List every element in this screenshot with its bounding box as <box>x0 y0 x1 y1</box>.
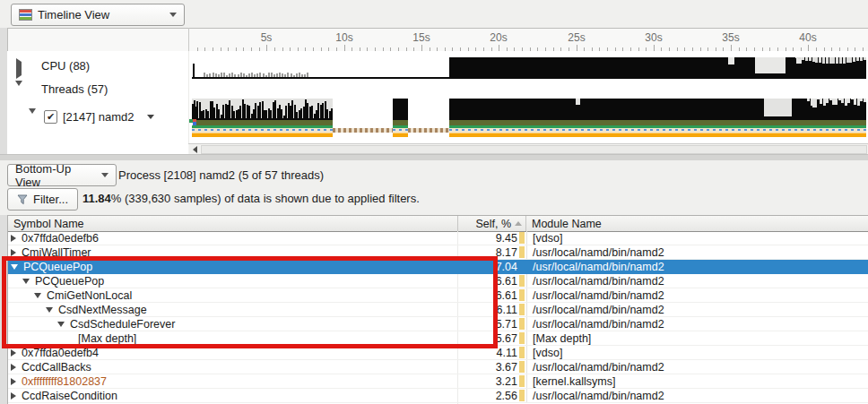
self-percent-cell: 8.17 <box>457 245 526 259</box>
ruler-tick-label: 30s <box>640 31 667 44</box>
cpu-fuzz <box>263 73 265 77</box>
cpu-fuzz <box>276 73 278 77</box>
collapse-icon[interactable] <box>46 307 53 313</box>
thread-options-caret-icon[interactable] <box>147 115 154 119</box>
cpu-jag <box>836 57 838 64</box>
ruler-tick-label: 20s <box>485 31 512 44</box>
symbol-cell: CsdScheduleForever <box>8 317 457 331</box>
thread-expander-icon[interactable] <box>29 114 36 127</box>
thread-jag <box>847 99 850 103</box>
thread-jag <box>860 99 863 101</box>
cpu-row-label[interactable]: CPU (88) <box>41 59 90 73</box>
table-row[interactable]: [Max depth]5.67[Max depth] <box>8 331 868 346</box>
collapse-icon[interactable] <box>34 293 41 298</box>
thread-jag <box>826 99 829 103</box>
timeline-view-selector[interactable]: Timeline View <box>11 4 185 26</box>
timeline-view-icon <box>19 9 32 21</box>
cpu-fuzz <box>243 73 245 77</box>
scroll-left-button[interactable] <box>189 145 200 154</box>
table-row[interactable]: CsdScheduleForever5.71/usr/local/namd/bi… <box>8 317 868 331</box>
chevron-down-icon <box>101 173 108 177</box>
column-header-self[interactable]: Self, % <box>457 216 526 231</box>
idle-dot-band <box>333 128 393 133</box>
table-row[interactable]: PCQueuePop7.04/usr/local/namd/bin/namd2 <box>8 260 868 274</box>
self-percent-cell: 9.45 <box>457 231 526 245</box>
collapse-icon[interactable] <box>11 264 18 270</box>
thread-notch <box>764 99 792 116</box>
sort-ascending-icon <box>515 221 522 226</box>
scrollbar-thumb[interactable] <box>201 145 867 154</box>
table-row[interactable]: CsdNextMessage6.11/usr/local/namd/bin/na… <box>8 303 868 317</box>
filter-button[interactable]: Filter... <box>7 188 78 211</box>
thread-bar <box>274 100 276 120</box>
cpu-fuzz <box>284 74 286 77</box>
cpu-fuzz <box>279 73 281 77</box>
expand-icon[interactable] <box>11 249 16 256</box>
table-row[interactable]: 0xffffffff818028373.21[kernel.kallsyms] <box>8 374 868 389</box>
cpu-fuzz <box>215 73 217 77</box>
left-gutter <box>0 28 7 404</box>
cpu-fuzz <box>234 74 236 78</box>
cpu-expander-icon[interactable] <box>16 62 22 75</box>
module-name-cell: /usr/local/namd/bin/namd2 <box>526 317 868 331</box>
expand-icon[interactable] <box>11 364 16 371</box>
module-name-cell: /usr/local/namd/bin/namd2 <box>526 360 868 374</box>
thread-activity-track[interactable] <box>188 99 866 120</box>
filter-percent: 11.84 <box>82 192 111 205</box>
column-header-module[interactable]: Module Name <box>526 216 868 231</box>
table-row[interactable]: 0x7ffda0edefb69.45[vdso] <box>8 231 868 245</box>
threads-expander-icon[interactable] <box>15 86 22 99</box>
thread-state-bands[interactable] <box>188 120 866 137</box>
module-name-cell: [kernel.kallsyms] <box>526 374 868 388</box>
filter-statistics: 11.84% (339,630 samples) of data is show… <box>82 192 420 205</box>
band-start-chip <box>189 119 196 125</box>
expand-icon[interactable] <box>11 392 16 400</box>
thread-checkbox[interactable]: ✔ <box>44 110 57 124</box>
self-percent-cell: 6.61 <box>457 274 526 288</box>
self-value-bar <box>519 275 525 287</box>
self-percent-value: 3.67 <box>496 361 517 374</box>
expand-icon[interactable] <box>11 235 16 242</box>
expand-icon[interactable] <box>11 378 16 385</box>
cpu-fuzz <box>282 73 283 77</box>
cpu-fuzz <box>301 74 303 77</box>
self-percent-cell: 6.11 <box>457 303 526 316</box>
column-header-symbol[interactable]: Symbol Name <box>8 216 457 231</box>
cpu-fuzz <box>287 73 289 77</box>
symbol-cell: 0xffffffff81802837 <box>8 374 457 388</box>
bottom-up-view-selector[interactable]: Bottom-Up View <box>7 164 117 186</box>
cpu-jag <box>826 57 829 64</box>
column-header-self-label: Self, % <box>475 218 511 230</box>
symbol-name: CcdRaiseCondition <box>22 390 117 402</box>
self-percent-cell: 2.56 <box>457 389 526 402</box>
table-row[interactable]: CmiWallTimer8.17/usr/local/namd/bin/namd… <box>8 245 868 260</box>
symbol-cell: CcdCallBacks <box>8 360 457 374</box>
self-percent-value: 6.61 <box>496 289 517 302</box>
table-row[interactable]: PCQueuePop6.61/usr/local/namd/bin/namd2 <box>8 274 868 288</box>
timeline-ruler[interactable]: 5s10s15s20s25s30s35s40s <box>7 28 868 53</box>
cpu-jag <box>815 57 818 63</box>
self-value-bar <box>519 289 525 301</box>
thread-jag <box>854 99 856 105</box>
table-row[interactable]: CmiGetNonLocal6.61/usr/local/namd/bin/na… <box>8 288 868 303</box>
self-percent-value: 6.11 <box>497 304 517 316</box>
self-value-bar <box>519 332 525 344</box>
cpu-fuzz <box>259 73 261 77</box>
table-row[interactable]: CcdRaiseCondition2.56/usr/local/namd/bin… <box>8 389 868 403</box>
collapse-icon[interactable] <box>22 279 30 284</box>
table-row[interactable]: CcdCallBacks3.67/usr/local/namd/bin/namd… <box>8 360 868 374</box>
cpu-jag <box>849 57 852 63</box>
symbol-name: CsdScheduleForever <box>70 318 175 331</box>
expand-icon[interactable] <box>11 349 16 357</box>
cpu-jag <box>822 57 825 64</box>
thread-row-label[interactable]: [2147] namd2 <box>63 110 135 124</box>
cpu-jag <box>856 57 859 61</box>
collapse-icon[interactable] <box>57 322 65 327</box>
module-name-cell: [vdso] <box>526 231 868 245</box>
table-row[interactable]: 0x7ffda0edefb44.11[vdso] <box>8 346 868 360</box>
threads-row-label[interactable]: Threads (57) <box>41 82 108 96</box>
self-value-bar <box>519 246 525 258</box>
cpu-activity-track[interactable] <box>188 57 866 79</box>
thread-jag <box>835 99 838 105</box>
ruler-tick-label: 35s <box>717 31 744 44</box>
